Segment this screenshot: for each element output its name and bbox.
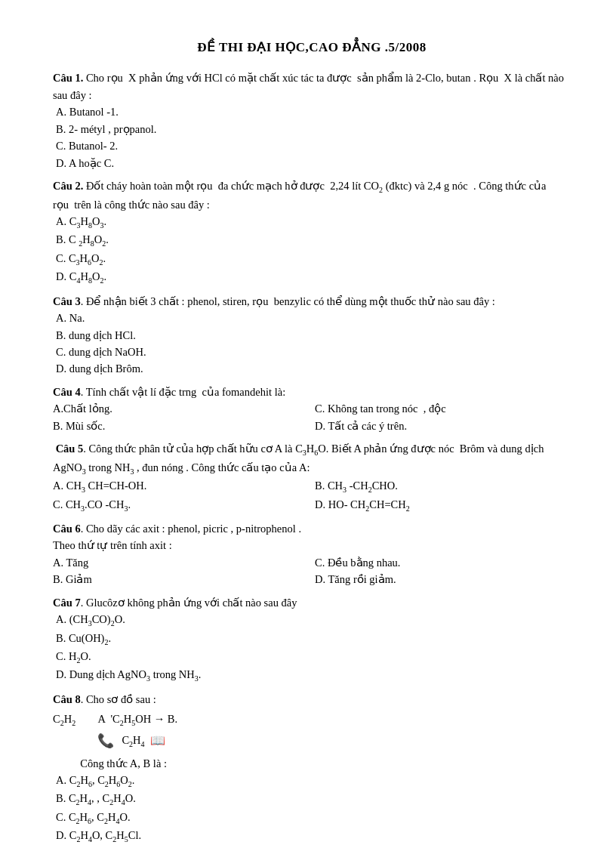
question-5: Câu 5. Công thức phân tử của hợp chất hữ… [53, 440, 571, 514]
question-7: Câu 7. Glucôzơ không phản ứng với chất n… [53, 594, 571, 685]
question-2-options: A. C3H8O3. B. C 2H8O2. C. C3H6O2. D. C4H… [53, 213, 571, 287]
exam-page: ĐỀ THI ĐẠI HỌC,CAO ĐẲNG .5/2008 Câu 1. C… [0, 0, 616, 848]
book-icon: 📖 [150, 732, 165, 751]
question-7-options: A. (CH3CO)2O. B. Cu(OH)2. C. H2O. D. Dun… [53, 611, 571, 685]
question-3: Câu 3. Để nhận biết 3 chất : phenol, sti… [53, 293, 571, 378]
question-6-options: A. Tăng C. Đều bằng nhau. B. Giảm D. Tăn… [53, 554, 571, 588]
question-8-options: A. C2H6, C2H6O2. B. C2H4, , C2H4O. C. C2… [53, 772, 571, 846]
question-4-text: Câu 4. Tính chất vật lí đặc trng của fom… [53, 386, 285, 398]
question-3-text: Câu 3. Để nhận biết 3 chất : phenol, sti… [53, 295, 495, 307]
page-title: ĐỀ THI ĐẠI HỌC,CAO ĐẲNG .5/2008 [53, 38, 571, 57]
question-4-options: A.Chất lỏng. C. Không tan trong nóc , độ… [53, 400, 571, 434]
question-2-text: Câu 2. Đốt cháy hoàn toàn một rọu đa chứ… [53, 180, 547, 210]
question-5-options: A. CH3 CH=CH-OH. B. CH3 -CH2CHO. C. CH3.… [53, 477, 571, 514]
question-4: Câu 4. Tính chất vật lí đặc trng của fom… [53, 384, 571, 434]
question-8: Câu 8. Cho sơ đồ sau : C2H2 A 'C2H5OH → … [53, 691, 571, 846]
question-3-options: A. Na. B. dung dịch HCl. C. dung dịch Na… [53, 310, 571, 378]
question-6-text: Câu 6. Cho dãy các axit : phenol, picric… [53, 523, 301, 535]
question-1-options: A. Butanol -1. B. 2- métyl , prọpanol. C… [53, 103, 571, 171]
question-5-text: Câu 5. Công thức phân tử của hợp chất hữ… [53, 443, 544, 473]
question-1: Câu 1. Cho rọu X phản ứng với HCl có mặt… [53, 69, 571, 171]
question-6: Câu 6. Cho dãy các axit : phenol, picric… [53, 520, 571, 588]
phone-icon: 📞 [97, 731, 114, 752]
question-2: Câu 2. Đốt cháy hoàn toàn một rọu đa chứ… [53, 177, 571, 286]
question-7-text: Câu 7. Glucôzơ không phản ứng với chất n… [53, 597, 297, 609]
question-8-diagram: C2H2 A 'C2H5OH → B. 📞 C2H4 📖 [53, 711, 571, 751]
question-1-text: Câu 1. Cho rọu X phản ứng với HCl có mặt… [53, 72, 564, 100]
question-8-text: Câu 8. Cho sơ đồ sau : [53, 693, 156, 705]
